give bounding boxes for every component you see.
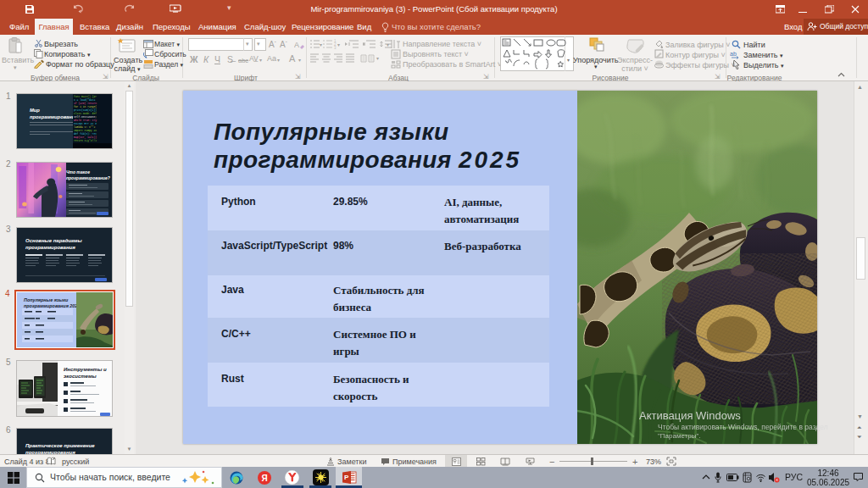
svg-text:Я: Я <box>261 474 267 483</box>
svg-text:3: 3 <box>334 46 337 49</box>
svg-text:x = load("data: x = load("data <box>74 98 95 102</box>
svg-text:def fib(n): ret: def fib(n): ret <box>74 132 97 136</box>
svg-text:self.next=None;: self.next=None; <box>74 115 97 119</box>
svg-text:P: P <box>344 474 349 481</box>
svg-text:if (a>0) return: if (a>0) return <box>74 102 97 105</box>
svg-text:while True: try: while True: try <box>74 119 97 122</box>
svg-text:except Err as e: except Err as e <box>74 123 97 125</box>
svg-text:lambda v: v**2: lambda v: v**2 <box>74 125 95 129</box>
svg-text:class Node: def: class Node: def <box>74 112 97 115</box>
svg-text:import numpy as: import numpy as <box>74 129 97 132</box>
svg-text:for i in range(: for i in range( <box>74 105 97 108</box>
svg-text:ab: ab <box>730 51 737 57</box>
svg-text:print(sum(x[i]): print(sum(x[i]) <box>74 108 97 112</box>
svg-text:return x+y*z//2: return x+y*z//2 <box>74 139 97 142</box>
svg-text:А: А <box>294 41 299 49</box>
svg-text:func main() {pr: func main() {pr <box>74 95 97 98</box>
svg-text:map(str, vals)): map(str, vals)) <box>74 136 97 139</box>
